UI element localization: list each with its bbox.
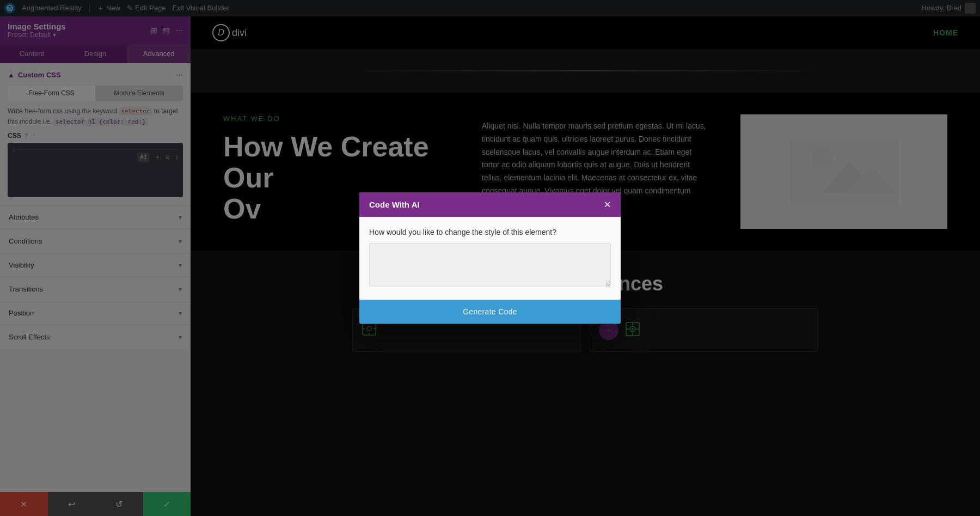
modal-overlay[interactable]: Code With AI ✕ How would you like to cha…	[0, 0, 980, 516]
modal-body: How would you like to change the style o…	[359, 217, 621, 300]
ai-prompt-textarea[interactable]	[369, 243, 611, 287]
modal-footer: Generate Code	[359, 300, 621, 324]
modal-close-button[interactable]: ✕	[604, 201, 611, 209]
modal-header: Code With AI ✕	[359, 192, 621, 217]
modal-question: How would you like to change the style o…	[369, 228, 611, 236]
modal-title: Code With AI	[369, 200, 420, 209]
generate-code-button[interactable]: Generate Code	[359, 300, 621, 324]
close-icon: ✕	[604, 200, 611, 209]
code-with-ai-modal: Code With AI ✕ How would you like to cha…	[359, 192, 621, 324]
